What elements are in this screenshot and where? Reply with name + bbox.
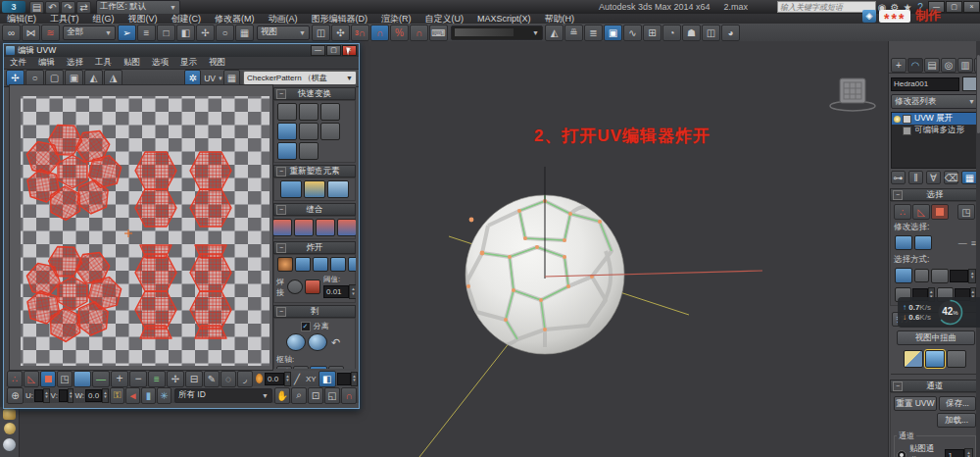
menu-maxscript[interactable]: MAXScript(X) (470, 14, 538, 24)
weld-all-icon[interactable] (305, 279, 320, 294)
select-by-name-icon[interactable]: ≡ (137, 25, 156, 41)
named-selection-dropdown[interactable]: ▼ (451, 25, 543, 40)
rollout-channel[interactable]: − 通道 (890, 380, 980, 392)
mirror-icon[interactable]: ◭ (545, 25, 564, 41)
falloff-spinner[interactable]: ▲▼ (284, 372, 291, 386)
tab-create-icon[interactable]: + (891, 58, 906, 73)
save-button[interactable]: 保存... (939, 396, 976, 411)
pin-tool-icon[interactable]: ╱ (276, 366, 292, 369)
quick-peel-icon[interactable] (286, 333, 306, 351)
separate-checkbox[interactable]: ✓ (301, 322, 311, 331)
pan-hand-icon[interactable]: ✋ (274, 387, 290, 404)
grow-selection-icon[interactable] (895, 235, 912, 250)
close-button[interactable]: × (963, 1, 980, 13)
stitch-average-icon[interactable] (316, 219, 335, 236)
uvw-menu-options[interactable]: 选项 (146, 57, 174, 69)
align-to-edge-icon[interactable] (299, 123, 318, 140)
weld-selected-icon[interactable] (287, 279, 303, 294)
shrink-loop-icon[interactable]: ⊟ (185, 371, 203, 387)
uvw-menu-file[interactable]: 文件 (4, 57, 32, 69)
texture-pattern-dropdown[interactable]: CheckerPattern （棋盘▼ (243, 71, 357, 85)
peel-mode-icon[interactable] (308, 333, 327, 351)
mirror-axis-icon[interactable]: ╱ (291, 372, 303, 386)
uvw-title-bar[interactable]: 编辑 UVW — ▢ × (4, 44, 359, 57)
filter-selected-faces-icon[interactable]: ▮ (141, 387, 156, 404)
uvw-menu-view[interactable]: 视图 (203, 57, 231, 69)
rectangular-selection-icon[interactable]: □ (157, 25, 175, 41)
rollout-stitch[interactable]: −缝合 (273, 203, 356, 216)
eraser-icon[interactable] (947, 350, 966, 368)
snap-toggle-3d-icon[interactable]: 3∩ (351, 25, 369, 41)
rollout-selection[interactable]: − 选择 (890, 188, 980, 201)
unpin-tool-icon[interactable]: ╳ (293, 366, 309, 369)
use-pivot-center-icon[interactable]: ◫ (312, 25, 330, 41)
edge-ring-icon[interactable]: — (958, 238, 967, 248)
snap-magnet-icon[interactable]: ∩ (341, 387, 357, 404)
paint-brush-icon[interactable]: ✎ (204, 371, 220, 387)
space-vertical-icon[interactable] (299, 142, 318, 160)
rollout-quick-transform[interactable]: −快速变换 (273, 87, 356, 100)
freeze-icon[interactable]: ✳ (157, 387, 172, 404)
stitch-source-icon[interactable] (294, 219, 314, 236)
app-logo[interactable]: 3 (2, 1, 25, 13)
viewcube[interactable] (830, 78, 875, 111)
brush-options-icon[interactable]: ◞ (237, 371, 253, 387)
select-scale-icon[interactable]: ▦ (235, 25, 254, 41)
zoom-extents-icon[interactable]: ◱ (324, 387, 340, 404)
map-channel-radio[interactable] (897, 450, 906, 457)
shrink-icon[interactable]: − (129, 371, 147, 387)
pin-active-icon[interactable]: ✓ (310, 366, 327, 369)
render-setup-icon[interactable]: ☗ (682, 25, 701, 41)
paint-size-field[interactable] (950, 270, 968, 282)
face-sub-icon[interactable] (40, 371, 56, 387)
lightbulb-icon[interactable] (894, 116, 901, 123)
distort-in-view-button[interactable]: 视图中扭曲 (897, 330, 975, 345)
panel-scrollbar[interactable] (976, 41, 980, 457)
rollout-reshape[interactable]: −重新塑造元素 (273, 165, 356, 178)
render-production-icon[interactable]: ◕ (721, 25, 740, 41)
bind-to-spacewarp-icon[interactable]: ≋ (41, 25, 60, 41)
falloff-value-field[interactable]: 0.0 (265, 373, 284, 385)
keyboard-override-icon[interactable]: ⌨ (429, 25, 448, 41)
window-crossing-icon[interactable]: ◧ (176, 25, 195, 41)
flatten-by-angle-icon[interactable] (295, 257, 311, 272)
mirror-spinner[interactable]: ▲▼ (351, 372, 358, 386)
threshold-field[interactable]: 0.01 (323, 285, 349, 298)
paint-select-mode-icon[interactable] (74, 371, 91, 387)
make-unique-icon[interactable]: ∀ (926, 171, 941, 184)
stack-item-editable-poly[interactable]: 可编辑多边形 (892, 125, 978, 136)
v-field[interactable] (59, 389, 68, 402)
rollout-peel[interactable]: −剥 (273, 305, 356, 318)
load-button[interactable]: 加载... (937, 413, 976, 428)
space-horizontal-icon[interactable] (277, 123, 297, 140)
edit-pins-icon[interactable]: ➢ (328, 366, 344, 369)
object-color-swatch[interactable] (962, 76, 977, 91)
v-spinner[interactable]: ▲▼ (68, 388, 74, 403)
flatten-custom-icon[interactable] (348, 257, 356, 272)
modifier-list-dropdown[interactable]: 修改器列表▼ (891, 94, 979, 109)
show-end-result-icon[interactable]: ‖ (908, 171, 923, 184)
align-icon[interactable]: ≞ (564, 25, 583, 41)
curve-editor-icon[interactable]: ∿ (623, 25, 642, 41)
paint-size-spinner[interactable]: ▲▼ (968, 269, 976, 283)
uv-space-label[interactable]: UV (204, 74, 216, 83)
reset-uvw-button[interactable]: 重置 UVW (894, 396, 937, 411)
w-spinner[interactable]: ▲▼ (102, 388, 108, 403)
grow-icon[interactable]: + (111, 371, 128, 387)
tab-hierarchy-icon[interactable]: ▤ (924, 58, 940, 73)
align-vertical-icon[interactable] (299, 103, 318, 121)
uvw-menu-edit[interactable]: 编辑 (32, 57, 61, 69)
remove-modifier-icon[interactable]: ⌫ (944, 171, 958, 184)
xy-axis-label[interactable]: XY (306, 375, 317, 383)
edge-sub-icon[interactable]: ◺ (24, 371, 39, 387)
select-move-icon[interactable]: ✢ (196, 25, 215, 41)
uvw-close-button[interactable]: × (342, 45, 357, 56)
brush-falloff-icon[interactable]: ◌ (220, 371, 236, 387)
relax-until-flat-icon[interactable] (304, 180, 325, 198)
gold-sphere-icon[interactable] (4, 423, 16, 434)
select-element-toggle-icon[interactable]: ◳ (57, 371, 73, 387)
loop-icon[interactable]: ≡ (148, 371, 166, 387)
uvw-canvas-area[interactable] (9, 84, 273, 371)
rotate-90-ccw-icon[interactable] (320, 123, 340, 140)
rotate-90-cw-icon[interactable] (277, 142, 297, 160)
